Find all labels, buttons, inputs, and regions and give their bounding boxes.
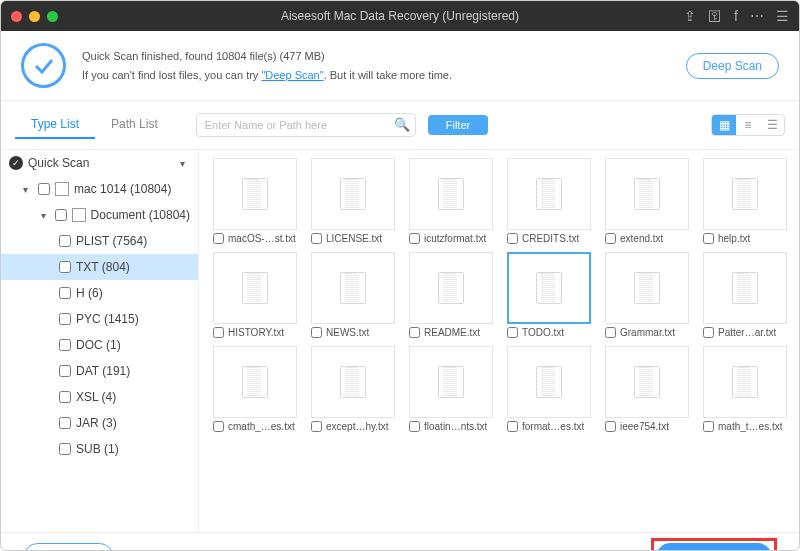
file-checkbox[interactable]	[507, 421, 518, 432]
tree-type-2[interactable]: H (6)	[1, 280, 198, 306]
file-thumbnail[interactable]	[507, 252, 591, 324]
type-checkbox[interactable]	[59, 443, 71, 455]
file-label-row: math_t…es.txt	[703, 421, 787, 432]
tree-type-7[interactable]: JAR (3)	[1, 410, 198, 436]
file-checkbox[interactable]	[311, 421, 322, 432]
category-checkbox[interactable]	[55, 209, 67, 221]
file-checkbox[interactable]	[605, 233, 616, 244]
tree-category[interactable]: ▾ Document (10804)	[1, 202, 198, 228]
file-checkbox[interactable]	[409, 233, 420, 244]
file-checkbox[interactable]	[507, 233, 518, 244]
file-label-row: icutzformat.txt	[409, 233, 493, 244]
file-name: macOS-…st.txt	[228, 233, 296, 244]
type-checkbox[interactable]	[59, 235, 71, 247]
cart-icon[interactable]: ⇪	[684, 8, 696, 24]
deep-scan-button[interactable]: Deep Scan	[686, 53, 779, 79]
type-label: JAR (3)	[76, 416, 117, 430]
tree-type-4[interactable]: DOC (1)	[1, 332, 198, 358]
file-checkbox[interactable]	[409, 327, 420, 338]
tree-quick-scan[interactable]: ✓ Quick Scan ▾	[1, 150, 198, 176]
file-checkbox[interactable]	[703, 327, 714, 338]
file-checkbox[interactable]	[311, 233, 322, 244]
type-label: SUB (1)	[76, 442, 119, 456]
file-checkbox[interactable]	[213, 421, 224, 432]
file-thumbnail[interactable]	[409, 346, 493, 418]
window-title: Aiseesoft Mac Data Recovery (Unregistere…	[281, 9, 519, 23]
type-checkbox[interactable]	[59, 391, 71, 403]
tree-volume[interactable]: ▾ mac 1014 (10804)	[1, 176, 198, 202]
file-thumbnail[interactable]	[409, 158, 493, 230]
file-thumbnail[interactable]	[507, 158, 591, 230]
file-checkbox[interactable]	[213, 233, 224, 244]
type-checkbox[interactable]	[59, 417, 71, 429]
volume-checkbox[interactable]	[38, 183, 50, 195]
file-name: format…es.txt	[522, 421, 584, 432]
file-thumbnail[interactable]	[605, 158, 689, 230]
file-thumbnail[interactable]	[703, 252, 787, 324]
search-icon[interactable]: 🔍	[394, 117, 410, 132]
file-label-row: TODO.txt	[507, 327, 591, 338]
view-grid-icon[interactable]: ▦	[712, 115, 736, 135]
file-thumbnail[interactable]	[703, 346, 787, 418]
tree-type-1[interactable]: TXT (804)	[1, 254, 198, 280]
back-button[interactable]: Back	[23, 543, 114, 551]
search-input[interactable]	[196, 113, 416, 137]
file-checkbox[interactable]	[213, 327, 224, 338]
file-thumbnail[interactable]	[409, 252, 493, 324]
chevron-down-icon[interactable]: ▾	[180, 158, 190, 169]
file-thumbnail[interactable]	[311, 158, 395, 230]
key-icon[interactable]: ⚿	[708, 8, 722, 24]
file-icon	[732, 178, 758, 210]
file-checkbox[interactable]	[605, 327, 616, 338]
file-thumbnail[interactable]	[605, 252, 689, 324]
close-icon[interactable]	[11, 11, 22, 22]
tree-type-5[interactable]: DAT (191)	[1, 358, 198, 384]
file-grid: macOS-…st.txtLICENSE.txticutzformat.txtC…	[199, 150, 799, 532]
feedback-icon[interactable]: ⋯	[750, 8, 764, 24]
file-thumbnail[interactable]	[507, 346, 591, 418]
facebook-icon[interactable]: f	[734, 8, 738, 24]
check-circle-icon: ✓	[9, 156, 23, 170]
file-thumbnail[interactable]	[213, 346, 297, 418]
file-checkbox[interactable]	[409, 421, 420, 432]
file-checkbox[interactable]	[311, 327, 322, 338]
type-checkbox[interactable]	[59, 339, 71, 351]
maximize-icon[interactable]	[47, 11, 58, 22]
tree-type-8[interactable]: SUB (1)	[1, 436, 198, 462]
type-checkbox[interactable]	[59, 313, 71, 325]
file-thumbnail[interactable]	[213, 252, 297, 324]
menu-icon[interactable]: ☰	[776, 8, 789, 24]
deep-scan-link[interactable]: "Deep Scan"	[261, 69, 323, 81]
toolbar: Type List Path List 🔍 Filter ▦ ≡ ☰	[1, 101, 799, 150]
tree-type-6[interactable]: XSL (4)	[1, 384, 198, 410]
type-checkbox[interactable]	[59, 261, 71, 273]
recover-button[interactable]: Recover	[656, 543, 772, 551]
view-detail-icon[interactable]: ☰	[760, 115, 784, 135]
tree-type-3[interactable]: PYC (1415)	[1, 306, 198, 332]
type-checkbox[interactable]	[59, 365, 71, 377]
type-checkbox[interactable]	[59, 287, 71, 299]
file-thumbnail[interactable]	[311, 346, 395, 418]
tree-type-0[interactable]: PLIST (7564)	[1, 228, 198, 254]
file-checkbox[interactable]	[703, 233, 714, 244]
scan-hint-a: If you can't find lost files, you can tr…	[82, 69, 261, 81]
file-label-row: help.txt	[703, 233, 787, 244]
tab-type-list[interactable]: Type List	[15, 111, 95, 139]
file-checkbox[interactable]	[605, 421, 616, 432]
chevron-down-icon[interactable]: ▾	[41, 210, 50, 221]
tab-path-list[interactable]: Path List	[95, 111, 174, 139]
file-label-row: README.txt	[409, 327, 493, 338]
file-label-row: LICENSE.txt	[311, 233, 395, 244]
file-checkbox[interactable]	[507, 327, 518, 338]
minimize-icon[interactable]	[29, 11, 40, 22]
file-icon	[732, 366, 758, 398]
file-thumbnail[interactable]	[311, 252, 395, 324]
file-checkbox[interactable]	[703, 421, 714, 432]
filter-button[interactable]: Filter	[428, 115, 488, 135]
file-thumbnail[interactable]	[703, 158, 787, 230]
chevron-down-icon[interactable]: ▾	[23, 184, 33, 195]
view-list-icon[interactable]: ≡	[736, 115, 760, 135]
file-thumbnail[interactable]	[605, 346, 689, 418]
document-icon	[72, 208, 85, 222]
file-thumbnail[interactable]	[213, 158, 297, 230]
